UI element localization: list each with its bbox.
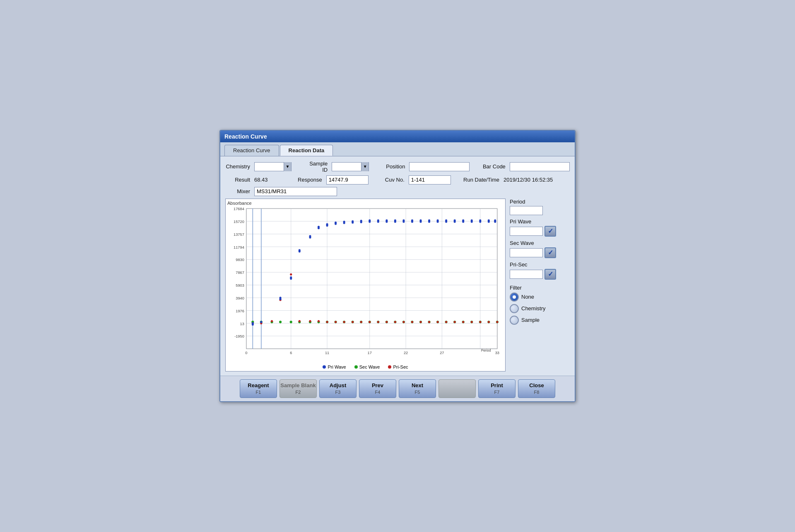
sample-id-dropdown-arrow[interactable]: ▼: [361, 162, 369, 171]
svg-text:13757: 13757: [234, 232, 244, 237]
fields-row-1: Chemistry TG LOT3 ▼ Sample ID 1011 ▼ Pos…: [225, 161, 570, 173]
tab-reaction-data[interactable]: Reaction Data: [280, 145, 333, 156]
legend-pri-sec-dot: [388, 365, 391, 369]
svg-point-98: [488, 321, 490, 323]
filter-chemistry-row[interactable]: Chemistry: [510, 304, 570, 313]
window-title: Reaction Curve: [224, 133, 267, 140]
svg-point-114: [326, 225, 328, 227]
svg-text:9830: 9830: [236, 258, 244, 262]
sec-wave-input-row: ✓: [510, 247, 570, 258]
svg-point-130: [394, 220, 396, 223]
period-label: Period: [510, 199, 570, 205]
right-panel: Period Pri Wave ✓ Sec Wave ✓: [510, 199, 570, 371]
prev-button[interactable]: Prev F4: [359, 379, 396, 398]
fields-row-3: Mixer: [225, 187, 570, 196]
svg-point-87: [394, 321, 396, 323]
cuv-no-input[interactable]: [409, 175, 451, 185]
period-input[interactable]: [510, 206, 543, 215]
svg-point-76: [299, 320, 301, 322]
filter-chemistry-radio[interactable]: [510, 304, 519, 313]
svg-point-101: [252, 324, 254, 326]
svg-point-118: [343, 222, 345, 224]
svg-point-97: [479, 321, 481, 323]
legend-pri-wave-label: Pri Wave: [328, 364, 346, 369]
barcode-label: Bar Code: [481, 163, 506, 170]
legend-sec-wave-dot: [354, 365, 358, 369]
chart-container: Absorbance: [225, 199, 506, 371]
pri-wave-input[interactable]: [510, 227, 543, 236]
svg-text:7867: 7867: [236, 271, 244, 275]
sample-id-select[interactable]: 1011 ▼: [332, 162, 369, 171]
svg-point-96: [471, 321, 473, 323]
tab-reaction-curve[interactable]: Reaction Curve: [224, 145, 279, 156]
print-button-label-bottom: F7: [479, 389, 515, 395]
sample-blank-button-label-top: Sample Blank: [280, 382, 316, 389]
svg-point-75: [290, 273, 292, 276]
svg-text:0: 0: [245, 351, 247, 355]
svg-point-140: [437, 220, 439, 223]
pri-sec-input[interactable]: [510, 270, 543, 279]
sec-wave-input[interactable]: [510, 248, 543, 257]
legend-pri-sec-label: Pri-Sec: [393, 364, 408, 369]
next-button[interactable]: Next F5: [399, 379, 436, 398]
pri-sec-input-row: ✓: [510, 269, 570, 280]
sec-wave-section: Sec Wave ✓: [510, 240, 570, 258]
svg-point-104: [279, 298, 282, 300]
pri-wave-checkbox[interactable]: ✓: [544, 226, 556, 237]
legend-pri-sec: Pri-Sec: [388, 364, 408, 369]
svg-text:17684: 17684: [234, 207, 244, 211]
filter-chemistry-label: Chemistry: [521, 305, 546, 312]
position-input[interactable]: [409, 162, 469, 171]
svg-point-132: [402, 220, 405, 223]
sample-id-label: Sample ID: [303, 161, 328, 173]
svg-text:13: 13: [240, 321, 244, 326]
svg-point-112: [318, 227, 320, 229]
chemistry-select[interactable]: TG LOT3 ▼: [254, 162, 292, 171]
pri-wave-section: Pri Wave ✓: [510, 218, 570, 237]
filter-sample-row[interactable]: Sample: [510, 316, 570, 325]
filter-section: Filter None Chemistry Sample: [510, 285, 570, 327]
svg-point-102: [260, 321, 262, 323]
result-label: Result: [225, 177, 250, 183]
barcode-input[interactable]: [510, 162, 570, 171]
mixer-label: Mixer: [225, 188, 250, 194]
svg-text:3940: 3940: [236, 296, 244, 300]
adjust-button[interactable]: Adjust F3: [319, 379, 357, 398]
svg-point-84: [369, 321, 371, 323]
chart-y-label: Absorbance: [227, 201, 504, 206]
prev-button-label-top: Prev: [359, 382, 396, 389]
filter-label: Filter: [510, 285, 570, 291]
mixer-input[interactable]: [254, 187, 337, 196]
svg-point-126: [377, 220, 379, 223]
svg-point-106: [290, 278, 292, 280]
svg-point-90: [419, 321, 422, 323]
close-button[interactable]: Close F8: [518, 379, 555, 398]
svg-point-122: [360, 221, 362, 223]
svg-point-116: [335, 223, 337, 225]
filter-sample-radio[interactable]: [510, 316, 519, 325]
svg-point-89: [411, 321, 413, 323]
response-input[interactable]: [326, 175, 369, 185]
svg-point-91: [428, 321, 430, 323]
svg-point-79: [326, 321, 328, 323]
sample-id-input[interactable]: 1011: [332, 163, 361, 170]
svg-point-138: [428, 220, 430, 223]
svg-rect-0: [246, 208, 497, 349]
filter-none-row[interactable]: None: [510, 292, 570, 302]
svg-text:5903: 5903: [236, 283, 244, 288]
svg-point-82: [352, 321, 354, 323]
reagent-button[interactable]: Reagent F1: [240, 379, 277, 398]
chemistry-input[interactable]: TG LOT3: [255, 163, 284, 170]
svg-text:-1950: -1950: [234, 334, 244, 338]
sec-wave-checkbox[interactable]: ✓: [544, 247, 556, 258]
filter-none-radio[interactable]: [510, 292, 519, 302]
svg-text:33: 33: [495, 351, 499, 355]
svg-text:17: 17: [368, 351, 372, 355]
print-button[interactable]: Print F7: [478, 379, 516, 398]
svg-point-150: [479, 220, 481, 223]
svg-point-152: [488, 220, 490, 223]
chemistry-dropdown-arrow[interactable]: ▼: [284, 162, 291, 171]
pri-sec-checkbox[interactable]: ✓: [544, 269, 556, 280]
close-button-label-bottom: F8: [518, 389, 555, 395]
svg-point-108: [299, 250, 301, 252]
